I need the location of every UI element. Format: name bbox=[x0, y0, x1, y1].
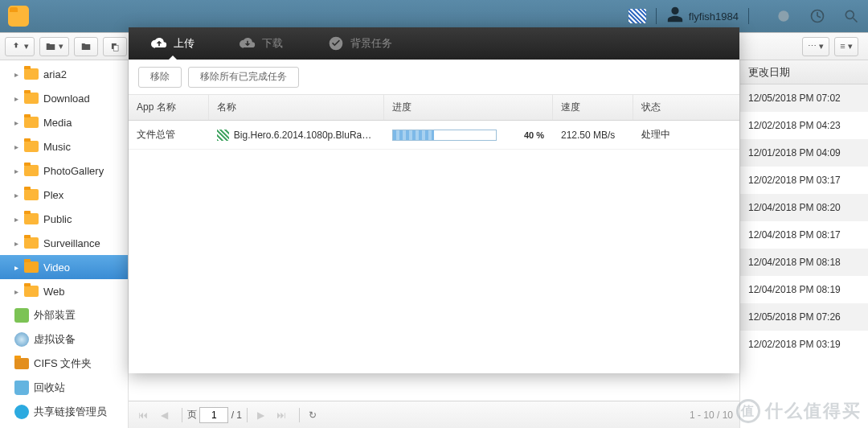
date-row[interactable]: 12/04/2018 PM 08:17 bbox=[740, 221, 868, 249]
date-row[interactable]: 12/04/2018 PM 08:19 bbox=[740, 276, 868, 303]
col-speed[interactable]: 速度 bbox=[553, 95, 633, 120]
col-status[interactable]: 状态 bbox=[633, 95, 739, 120]
sidebar-item-aria2[interactable]: ▸aria2 bbox=[0, 62, 128, 86]
folder-icon bbox=[24, 141, 39, 152]
sidebar-item-video[interactable]: ▸Video bbox=[0, 255, 128, 279]
more-menu-button[interactable]: ⋯ ▾ bbox=[802, 37, 829, 56]
dashboard-icon[interactable] bbox=[809, 7, 826, 25]
sidebar-item-共享链接管理员[interactable]: 共享链接管理员 bbox=[0, 400, 128, 424]
caret-icon: ▸ bbox=[14, 118, 23, 127]
sidebar-item-download[interactable]: ▸Download bbox=[0, 86, 128, 110]
sidebar-item-回收站[interactable]: 回收站 bbox=[0, 376, 128, 400]
sidebar-item-plex[interactable]: ▸Plex bbox=[0, 183, 128, 207]
task-action-bar: 移除 移除所有已完成任务 bbox=[129, 60, 739, 95]
task-table-header: App 名称 名称 进度 速度 状态 bbox=[129, 95, 739, 121]
page-input[interactable] bbox=[199, 407, 228, 423]
svg-point-0 bbox=[778, 10, 788, 21]
notification-icon[interactable] bbox=[775, 7, 792, 25]
remove-all-done-button[interactable]: 移除所有已完成任务 bbox=[188, 67, 299, 88]
date-row[interactable]: 12/05/2018 PM 07:26 bbox=[740, 303, 868, 331]
app-launcher-icon[interactable] bbox=[8, 6, 29, 27]
share-icon bbox=[14, 405, 29, 419]
caret-icon: ▸ bbox=[14, 215, 23, 224]
caret-icon: ▸ bbox=[14, 70, 23, 79]
tab-background[interactable]: 背景任务 bbox=[305, 27, 415, 60]
cell-app: 文件总管 bbox=[129, 121, 209, 149]
sidebar-item-虚拟设备[interactable]: 虚拟设备 bbox=[0, 327, 128, 352]
folder-icon bbox=[24, 117, 39, 128]
remove-button[interactable]: 移除 bbox=[138, 67, 182, 88]
sidebar-item-public[interactable]: ▸Public bbox=[0, 207, 128, 231]
folder-icon bbox=[24, 286, 39, 297]
date-row[interactable]: 12/05/2018 PM 07:02 bbox=[740, 84, 868, 112]
user-icon[interactable] bbox=[666, 6, 684, 27]
folder-icon bbox=[24, 189, 39, 200]
sidebar-item-label: 回收站 bbox=[34, 381, 65, 395]
col-app-name[interactable]: App 名称 bbox=[129, 95, 209, 120]
username-label[interactable]: flyfish1984 bbox=[689, 10, 739, 23]
sidebar-item-surveillance[interactable]: ▸Surveillance bbox=[0, 231, 128, 255]
folder-icon bbox=[24, 237, 39, 249]
virt-icon bbox=[14, 332, 29, 347]
date-row[interactable]: 12/04/2018 PM 08:20 bbox=[740, 194, 868, 221]
sidebar-item-label: Web bbox=[43, 286, 65, 298]
open-button[interactable] bbox=[74, 37, 98, 56]
sidebar-item-label: 共享链接管理员 bbox=[34, 405, 107, 419]
sidebar-item-label: Media bbox=[43, 117, 72, 129]
date-row[interactable]: 12/02/2018 PM 04:23 bbox=[740, 112, 868, 139]
cell-name: Big.Hero.6.2014.1080p.BluRay.x2... bbox=[209, 121, 384, 149]
tab-upload[interactable]: 上传 bbox=[129, 27, 217, 60]
date-row[interactable]: 12/04/2018 PM 08:18 bbox=[740, 249, 868, 276]
svg-point-2 bbox=[845, 10, 854, 19]
cell-speed: 212.50 MB/s bbox=[553, 121, 633, 149]
caret-icon: ▸ bbox=[14, 191, 23, 200]
page-first-button[interactable]: ⏮ bbox=[135, 407, 151, 423]
folder-icon bbox=[24, 93, 39, 104]
page-prev-button[interactable]: ◀ bbox=[156, 407, 172, 423]
modified-date-column: 更改日期 12/05/2018 PM 07:0212/02/2018 PM 04… bbox=[739, 60, 868, 428]
task-indicator-icon[interactable] bbox=[628, 9, 646, 23]
sidebar-item-label: aria2 bbox=[43, 68, 67, 80]
sidebar-item-label: Surveillance bbox=[43, 237, 100, 249]
modified-date-header[interactable]: 更改日期 bbox=[740, 60, 868, 84]
task-row[interactable]: 文件总管Big.Hero.6.2014.1080p.BluRay.x2...40… bbox=[129, 121, 739, 150]
sidebar-item-label: Music bbox=[43, 141, 71, 153]
sidebar-item-photogallery[interactable]: ▸PhotoGallery bbox=[0, 158, 128, 183]
page-last-button[interactable]: ⏭ bbox=[273, 407, 289, 423]
sidebar-item-label: Public bbox=[43, 213, 72, 225]
cell-progress: 40 % bbox=[384, 121, 553, 149]
paging-bar: ⏮ ◀ 页 / 1 ▶ ⏭ ↻ 1 - 10 / 10 bbox=[129, 401, 739, 428]
caret-icon: ▸ bbox=[14, 167, 23, 175]
sidebar-item-web[interactable]: ▸Web bbox=[0, 279, 128, 303]
col-progress[interactable]: 进度 bbox=[384, 95, 553, 120]
sidebar-item-外部装置[interactable]: 外部装置 bbox=[0, 303, 128, 327]
search-icon[interactable] bbox=[842, 7, 860, 25]
date-row[interactable]: 12/02/2018 PM 03:19 bbox=[740, 331, 868, 358]
sidebar-item-media[interactable]: ▸Media bbox=[0, 110, 128, 134]
date-row[interactable]: 12/01/2018 PM 04:09 bbox=[740, 139, 868, 167]
trash-icon bbox=[14, 381, 29, 395]
page-range: 1 - 10 / 10 bbox=[690, 409, 733, 421]
upload-menu-button[interactable]: ▾ bbox=[5, 37, 35, 56]
task-dialog: 上传 下载 背景任务 移除 移除所有已完成任务 App 名称 名称 进度 速度 … bbox=[129, 27, 739, 373]
folder-icon bbox=[24, 213, 39, 224]
page-refresh-button[interactable]: ↻ bbox=[305, 407, 321, 423]
page-next-button[interactable]: ▶ bbox=[252, 407, 268, 423]
sidebar-item-music[interactable]: ▸Music bbox=[0, 134, 128, 158]
copy-button[interactable] bbox=[103, 37, 127, 56]
svg-rect-5 bbox=[113, 45, 118, 51]
folder-icon bbox=[24, 165, 39, 176]
cell-status: 处理中 bbox=[633, 121, 739, 149]
task-tabs: 上传 下载 背景任务 bbox=[129, 27, 739, 60]
col-name[interactable]: 名称 bbox=[209, 95, 384, 120]
caret-icon: ▸ bbox=[14, 239, 23, 248]
view-mode-button[interactable]: ≡ ▾ bbox=[834, 37, 858, 56]
sidebar-item-cifs 文件夹[interactable]: CIFS 文件夹 bbox=[0, 352, 128, 376]
new-folder-button[interactable]: ▾ bbox=[39, 37, 69, 56]
tab-download[interactable]: 下载 bbox=[217, 27, 305, 60]
ext-icon bbox=[14, 308, 29, 323]
sidebar-item-label: Video bbox=[43, 261, 70, 274]
sidebar-item-label: PhotoGallery bbox=[43, 165, 104, 177]
date-row[interactable]: 12/02/2018 PM 03:17 bbox=[740, 167, 868, 194]
svg-line-3 bbox=[854, 19, 858, 23]
